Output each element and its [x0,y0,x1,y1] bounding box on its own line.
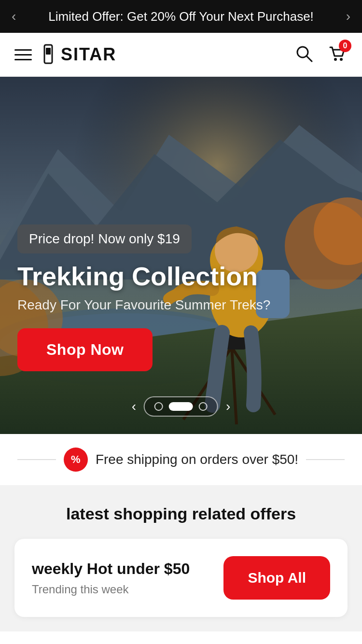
hero-subtitle: Ready For Your Favourite Summer Treks? [17,297,345,313]
hero-banner: Price drop! Now only $19 Trekking Collec… [0,77,362,434]
shipping-line-right [306,459,345,460]
cart-button[interactable]: 0 [327,43,348,66]
announcement-bar: ‹ Limited Offer: Get 20% Off Your Next P… [0,0,362,33]
carousel-dot-3[interactable] [199,402,208,411]
hamburger-line [14,54,32,56]
shipping-percent-icon: % [64,448,88,472]
shipping-banner: % Free shipping on orders over $50! [0,434,362,485]
carousel-dot-1[interactable] [154,402,163,411]
shop-all-button[interactable]: Shop All [223,556,330,600]
logo[interactable]: SITAR [41,44,116,65]
search-button[interactable] [294,44,314,65]
carousel-dots [144,396,218,417]
offer-card-title: weekly Hot under $50 [32,560,190,578]
announcement-prev-arrow[interactable]: ‹ [12,9,16,24]
offer-card-info: weekly Hot under $50 Trending this week [32,560,190,596]
announcement-text: Limited Offer: Get 20% Off Your Next Pur… [16,9,346,24]
shipping-text: Free shipping on orders over $50! [96,452,298,467]
hero-title: Trekking Collection [17,262,345,291]
carousel-next-arrow[interactable]: › [226,399,230,414]
header: SITAR 0 [0,33,362,77]
carousel-nav: ‹ › [132,396,231,417]
shop-now-button[interactable]: Shop Now [17,328,153,371]
search-icon [294,44,314,63]
hamburger-line [14,59,32,60]
announcement-next-arrow[interactable]: › [346,9,350,24]
offer-card-subtitle: Trending this week [32,583,190,596]
hamburger-line [14,49,32,51]
shipping-line-left [17,459,56,460]
svg-point-4 [334,58,337,61]
svg-line-3 [306,56,312,61]
svg-rect-1 [46,48,51,55]
svg-point-5 [340,58,343,61]
hamburger-menu[interactable] [14,49,32,60]
logo-text: SITAR [61,44,116,65]
hero-content: Price drop! Now only $19 Trekking Collec… [17,224,345,371]
price-badge: Price drop! Now only $19 [17,224,192,253]
carousel-dot-2[interactable] [169,402,193,411]
logo-icon [41,44,56,65]
offer-card: weekly Hot under $50 Trending this week … [14,539,348,617]
header-left: SITAR [14,44,116,65]
header-right: 0 [294,43,348,66]
offers-section-title: latest shopping related offers [14,504,348,523]
offers-section: latest shopping related offers weekly Ho… [0,485,362,631]
carousel-prev-arrow[interactable]: ‹ [132,399,136,414]
cart-count-badge: 0 [339,40,351,52]
